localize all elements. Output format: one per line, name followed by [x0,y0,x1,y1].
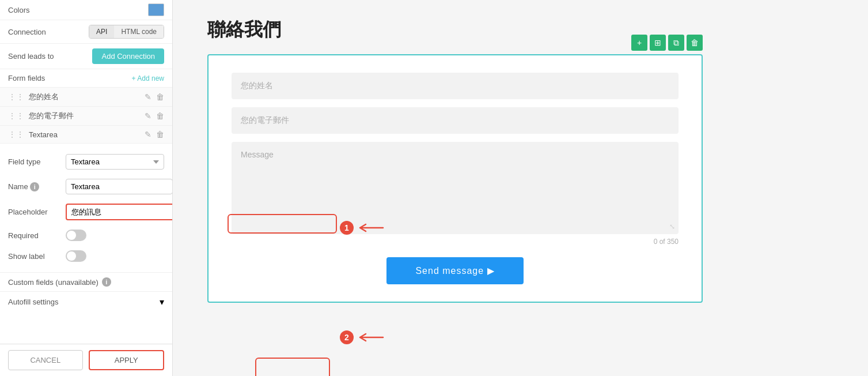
apply-button[interactable]: APPLY [89,350,165,370]
annotation-arrow-2 [357,332,386,343]
toolbar-duplicate-button[interactable]: ⧉ [668,35,684,51]
edit-icon[interactable]: ✎ [145,111,151,121]
field-item-textarea[interactable]: ⋮⋮ Textarea ✎ 🗑 [0,126,172,144]
toolbar-add-button[interactable]: + [631,35,647,51]
apply-highlight [255,358,330,376]
add-connection-button[interactable]: Add Connection [92,48,164,64]
autofill-header[interactable]: Autofill settings ▾ [0,291,172,312]
field-actions: ✎ 🗑 [145,92,164,101]
drag-handle-icon: ⋮⋮ [8,111,24,121]
placeholder-input[interactable] [66,204,172,220]
name-row: Name i [8,174,164,199]
delete-icon[interactable]: 🗑 [156,130,164,139]
tab-api[interactable]: API [89,25,114,38]
connection-label: Connection [8,28,46,36]
form-preview-wrapper: + ⊞ ⧉ 🗑 您的姓名 您的電子郵件 Message ⤡ 0 of 350 S… [207,54,703,303]
delete-icon[interactable]: 🗑 [156,92,164,101]
color-swatch[interactable] [148,3,164,16]
chevron-down-icon: ▾ [160,296,164,307]
send-leads-row: Send leads to Add Connection [0,44,172,69]
connection-tabs: API HTML code [89,25,164,39]
required-toggle[interactable] [66,230,86,241]
drag-handle-icon: ⋮⋮ [8,130,24,139]
field-type-label: Field type [8,157,60,166]
show-label-row: Show label [8,246,164,266]
preview-field-email: 您的電子郵件 [232,107,679,134]
field-type-row: Field type Textarea [8,149,164,174]
edit-icon[interactable]: ✎ [145,92,151,101]
preview-field-name: 您的姓名 [232,73,679,99]
drag-handle-icon: ⋮⋮ [8,92,24,101]
bottom-buttons: CANCEL APPLY [0,344,172,376]
show-label-toggle[interactable] [66,250,86,262]
edit-icon[interactable]: ✎ [145,130,151,139]
char-count: 0 of 350 [232,238,679,246]
add-new-button[interactable]: + Add new [132,74,164,82]
form-fields-label: Form fields [8,74,45,82]
connection-row: Connection API HTML code [0,20,172,44]
tab-html[interactable]: HTML code [114,25,164,38]
page-title: 聯絡我們 [207,17,833,43]
preview-field-message: Message ⤡ [232,142,679,234]
field-item-name[interactable]: ⋮⋮ 您的姓名 ✎ 🗑 [0,88,172,107]
name-input[interactable] [66,179,172,194]
custom-fields-row: Custom fields (unavailable) i [0,272,172,291]
toolbar-grid-button[interactable]: ⊞ [650,35,666,51]
main-area: 聯絡我們 + ⊞ ⧉ 🗑 您的姓名 您的電子郵件 Message ⤡ 0 of … [173,0,868,376]
show-label-label: Show label [8,252,60,261]
form-fields-header: Form fields + Add new [0,69,172,88]
field-label: Textarea [29,130,145,139]
placeholder-label: Placeholder [8,208,60,216]
name-info-icon: i [30,182,39,191]
colors-row: Colors [0,0,172,20]
field-actions: ✎ 🗑 [145,111,164,121]
field-actions: ✎ 🗑 [145,130,164,139]
panel-body: Colors Connection API HTML code Send lea… [0,0,172,344]
cancel-button[interactable]: CANCEL [8,350,83,370]
left-panel: Colors Connection API HTML code Send lea… [0,0,173,376]
custom-fields-info-icon: i [102,277,111,287]
toolbar-delete-button[interactable]: 🗑 [687,35,703,51]
form-toolbar: + ⊞ ⧉ 🗑 [631,35,703,51]
field-item-email[interactable]: ⋮⋮ 您的電子郵件 ✎ 🗑 [0,107,172,126]
form-preview: 您的姓名 您的電子郵件 Message ⤡ 0 of 350 Send mess… [207,54,703,303]
name-label: Name i [8,182,60,191]
annotation-2: 2 [340,330,354,344]
field-label: 您的姓名 [29,92,145,102]
resize-icon: ⤡ [669,223,675,231]
send-leads-label: Send leads to [8,52,54,61]
required-label: Required [8,231,60,240]
custom-fields-label: Custom fields (unavailable) [8,278,98,287]
autofill-label: Autofill settings [8,298,58,306]
field-label: 您的電子郵件 [29,111,145,121]
delete-icon[interactable]: 🗑 [156,111,164,121]
field-type-select[interactable]: Textarea [66,154,164,170]
colors-label: Colors [8,6,30,14]
send-message-button[interactable]: Send message ▶ [386,257,523,284]
settings-section: Field type Textarea Name i Placeholder R… [0,144,172,272]
required-row: Required [8,225,164,246]
placeholder-row: Placeholder [8,199,164,225]
